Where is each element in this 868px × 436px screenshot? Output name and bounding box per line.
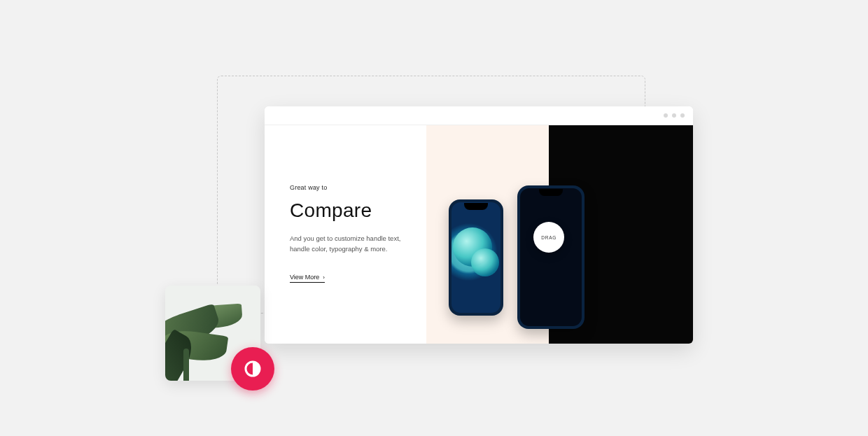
text-pane: Great way to Compare And you get to cust…	[265, 125, 426, 344]
drag-handle[interactable]: DRAG	[533, 222, 564, 253]
view-more-link[interactable]: View More ›	[290, 274, 325, 283]
compare-pane: DRAG	[426, 125, 693, 344]
eyebrow-text: Great way to	[290, 184, 426, 191]
browser-body: Great way to Compare And you get to cust…	[265, 125, 693, 344]
browser-chrome	[265, 106, 693, 125]
description-text: And you get to customize handle text, ha…	[290, 233, 402, 254]
browser-window: Great way to Compare And you get to cust…	[265, 106, 693, 344]
page-title: Compare	[290, 199, 426, 222]
contrast-icon	[243, 359, 262, 379]
window-dot-icon	[664, 113, 668, 118]
phone-screen	[520, 188, 582, 326]
contrast-badge[interactable]	[231, 347, 274, 391]
window-dot-icon	[680, 113, 685, 118]
window-dot-icon	[672, 113, 676, 118]
wallpaper-circle-icon	[471, 248, 499, 276]
phone-before	[449, 199, 503, 316]
drag-handle-label: DRAG	[541, 235, 556, 240]
chevron-right-icon: ›	[323, 274, 325, 281]
phone-after	[517, 185, 584, 329]
stem-icon	[183, 349, 189, 381]
view-more-label: View More	[290, 274, 319, 281]
